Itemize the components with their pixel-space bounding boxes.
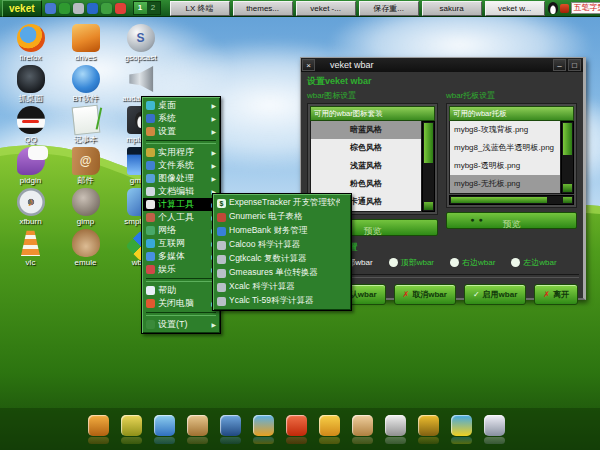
- list-item[interactable]: mybg8_浅蓝色半透明板.png: [450, 139, 560, 157]
- user-icon[interactable]: [45, 3, 56, 14]
- menu-item[interactable]: 设置 ▶: [143, 125, 219, 138]
- desktop-icon[interactable]: drives: [59, 21, 112, 62]
- taskbar-window-button[interactable]: themes...: [233, 1, 293, 16]
- desktop-icon[interactable]: ♪ xfburn: [4, 185, 57, 226]
- position-radio[interactable]: 左边wbar: [511, 257, 556, 268]
- list-item[interactable]: 暗蓝风格: [311, 121, 421, 139]
- list-item[interactable]: mybg8-无托板.png: [450, 175, 560, 193]
- desktop-icon[interactable]: gimp: [59, 185, 112, 226]
- list-item[interactable]: 粉色风格: [311, 175, 421, 193]
- qq-tray-icon[interactable]: [115, 3, 126, 14]
- menu-item-icon: [217, 213, 226, 222]
- desktop-icon[interactable]: QQ: [4, 103, 57, 144]
- menu-item[interactable]: 桌面 ▶: [143, 99, 219, 112]
- maximize-icon[interactable]: □: [568, 59, 581, 71]
- menu-item[interactable]: 计算工具 ▶: [143, 198, 219, 211]
- workspace-cell[interactable]: 1: [134, 2, 147, 14]
- desktop-icon[interactable]: BT软件: [59, 62, 112, 103]
- dock-icon-glove[interactable]: [352, 415, 373, 444]
- input-method-badge-icon[interactable]: [560, 4, 569, 13]
- desktop-icon-image: [17, 106, 45, 134]
- dock-icon-bird[interactable]: [121, 415, 142, 444]
- dock-icon-dragonfly[interactable]: [220, 415, 241, 444]
- dock-icon-image: [418, 415, 439, 436]
- desktop-icon[interactable]: 抓桌面: [4, 62, 57, 103]
- desktop-icon-label: 记事本: [74, 135, 98, 144]
- dialog-button[interactable]: ✓ 启用wbar: [464, 284, 526, 305]
- menu-item[interactable]: Calcoo 科学计算器 ▶: [214, 238, 350, 252]
- menu-item[interactable]: 互联网 ▶: [143, 237, 219, 250]
- preview-backplate-button[interactable]: ● ● 预览: [446, 212, 577, 229]
- taskbar-window-button[interactable]: veket w...: [485, 1, 545, 16]
- desktop-icon[interactable]: S gsopcast: [114, 21, 167, 62]
- dock-icon-box[interactable]: [88, 415, 109, 444]
- screen-icon[interactable]: [73, 3, 84, 14]
- desktop-icon[interactable]: pidgin: [4, 144, 57, 185]
- button-label: 离开: [553, 289, 569, 300]
- menu-item[interactable]: 关闭电脑 ▶: [143, 297, 219, 310]
- taskbar-window-button[interactable]: sakura: [422, 1, 482, 16]
- menu-item[interactable]: 多媒体 ▶: [143, 250, 219, 263]
- dock-icon-plane[interactable]: [154, 415, 175, 444]
- list-item[interactable]: 浅蓝风格: [311, 157, 421, 175]
- menu-item[interactable]: Xcalc 科学计算器 ▶: [214, 280, 350, 294]
- list-item[interactable]: mybg8-玫瑰背板.png: [450, 121, 560, 139]
- menu-item[interactable]: $ ExpenseTracker 开支管理软件 ▶: [214, 196, 350, 210]
- desktop-icon[interactable]: @ 邮件: [59, 144, 112, 185]
- workspace-cell[interactable]: 2: [147, 2, 160, 14]
- menu-item[interactable]: 设置(T) ▶: [143, 318, 219, 331]
- dialog-button[interactable]: ✗ 离开: [534, 284, 578, 305]
- desktop-icon[interactable]: emule: [59, 226, 112, 267]
- horizontal-scrollbar[interactable]: [449, 195, 574, 205]
- menu-item[interactable]: 实用程序 ▶: [143, 146, 219, 159]
- desktop-icon[interactable]: vlc: [4, 226, 57, 267]
- tux-icon[interactable]: [548, 2, 558, 14]
- taskbar-window-button[interactable]: veket -...: [296, 1, 356, 16]
- position-radio[interactable]: 右边wbar: [450, 257, 495, 268]
- taskbar-window-button[interactable]: 保存重...: [359, 1, 419, 16]
- menu-item[interactable]: 网络 ▶: [143, 224, 219, 237]
- menu-item[interactable]: 文档编辑 ▶: [143, 185, 219, 198]
- dialog-titlebar[interactable]: × veket wbar – □: [301, 58, 583, 72]
- dialog-button[interactable]: ✗ 取消wbar: [394, 284, 456, 305]
- position-radio[interactable]: 顶部wbar: [389, 257, 434, 268]
- dock-icon-monitor[interactable]: [385, 415, 406, 444]
- list-item[interactable]: 棕色风格: [311, 139, 421, 157]
- menu-item[interactable]: 系统 ▶: [143, 112, 219, 125]
- dock-icon-lock[interactable]: [418, 415, 439, 444]
- vertical-scrollbar[interactable]: [561, 121, 574, 194]
- globe-icon[interactable]: [87, 3, 98, 14]
- menu-item[interactable]: 个人工具 ▶: [143, 211, 219, 224]
- menu-item[interactable]: 帮助 ▶: [143, 284, 219, 297]
- dock-icon-book-tan[interactable]: [187, 415, 208, 444]
- dock-icon-shoe[interactable]: [484, 415, 505, 444]
- dock-icon-book-yellow[interactable]: [319, 415, 340, 444]
- desktop-icon[interactable]: firefox: [4, 21, 57, 62]
- menu-item[interactable]: 娱乐 ▶: [143, 263, 219, 276]
- start-menu-button[interactable]: veket: [2, 0, 42, 17]
- menu-item[interactable]: Ycalc Ti-59科学计算器 ▶: [214, 294, 350, 308]
- input-method-indicator[interactable]: 五笔字型: [571, 2, 600, 14]
- menu-item-label: Ycalc Ti-59科学计算器: [229, 295, 340, 307]
- menu-item[interactable]: Gnumeric 电子表格 ▶: [214, 210, 350, 224]
- menu-item[interactable]: Cgtkcalc 复数计算器 ▶: [214, 252, 350, 266]
- desktop-icon[interactable]: 记事本: [59, 103, 112, 144]
- dock-icon-flower[interactable]: [286, 415, 307, 444]
- radio-label: 顶部wbar: [401, 257, 434, 268]
- list-item[interactable]: mybg8-透明板.png: [450, 157, 560, 175]
- minimize-icon[interactable]: –: [553, 59, 566, 71]
- menu-item[interactable]: Gmeasures 单位转换器 ▶: [214, 266, 350, 280]
- dock-icon-globe-pencil[interactable]: [253, 415, 274, 444]
- taskbar-window-button[interactable]: LX 终端: [170, 1, 230, 16]
- menu-item-label: 文件系统: [158, 159, 209, 172]
- menu-item[interactable]: 图像处理 ▶: [143, 172, 219, 185]
- dock-icon-reflection: [352, 437, 373, 444]
- menu-item[interactable]: HomeBank 财务管理 ▶: [214, 224, 350, 238]
- close-icon[interactable]: ×: [302, 59, 315, 71]
- magnifier-icon[interactable]: [101, 3, 112, 14]
- dock-icon-propeller[interactable]: [451, 415, 472, 444]
- vertical-scrollbar[interactable]: [422, 121, 435, 212]
- leaf-icon[interactable]: [59, 3, 70, 14]
- menu-item[interactable]: 文件系统 ▶: [143, 159, 219, 172]
- window-button-list: LX 终端themes...veket -...保存重...sakuraveke…: [170, 1, 545, 16]
